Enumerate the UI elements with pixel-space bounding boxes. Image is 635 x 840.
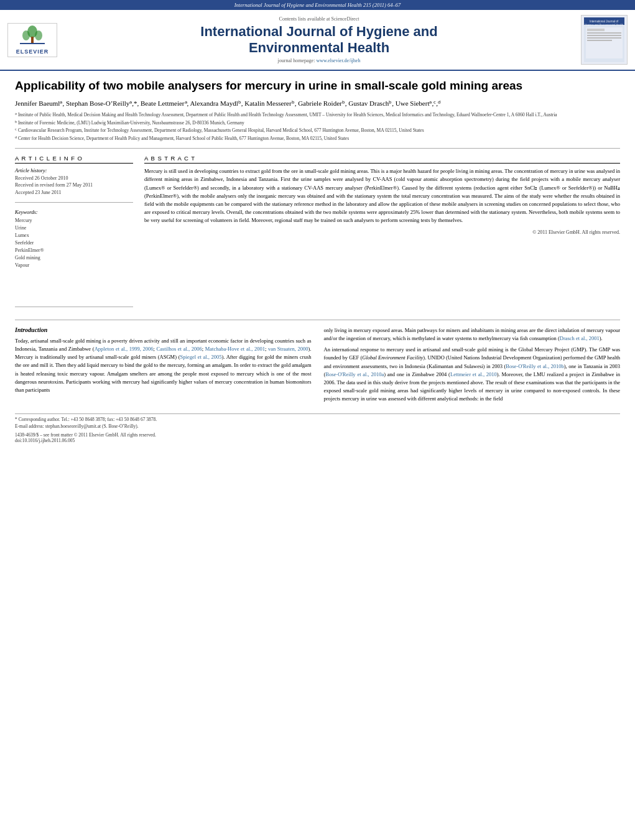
- keyword-seefelder: Seefelder: [15, 239, 133, 247]
- keyword-lumex: Lumex: [15, 232, 133, 239]
- ref-straaten[interactable]: van Straaten, 2000: [268, 346, 308, 352]
- affiliation-d: ᵈ Center for Health Decision Science, De…: [15, 136, 620, 142]
- svg-point-3: [35, 30, 42, 40]
- affiliation-a: ᵃ Institute of Public Health, Medical De…: [15, 112, 620, 119]
- paper-content: Applicability of two mobile analysers fo…: [0, 71, 635, 453]
- abstract-section: A B S T R A C T Mercury is still used in…: [144, 155, 620, 313]
- abstract-header: A B S T R A C T: [144, 155, 620, 164]
- intro-col-left: Introduction Today, artisanal small-scal…: [15, 326, 312, 407]
- article-body: A R T I C L E I N F O Article history: R…: [15, 155, 620, 313]
- svg-rect-13: [587, 37, 621, 39]
- ref-lettmeier[interactable]: Lettmeier et al., 2010: [450, 371, 497, 377]
- keyword-vapour: Vapour: [15, 262, 133, 269]
- ref-spiegel[interactable]: Spiegel et al., 2005: [180, 354, 222, 360]
- intro-text-right: only living in mercury exposed areas. Ma…: [324, 326, 621, 404]
- footnote-area: * Corresponding author. Tel.: +43 50 864…: [15, 413, 620, 443]
- journal-citation-bar: International Journal of Hygiene and Env…: [0, 0, 635, 10]
- footnote-email: E-mail address: stephan.boeseoreilly@umi…: [15, 423, 620, 430]
- article-info-panel: A R T I C L E I N F O Article history: R…: [15, 155, 133, 313]
- svg-rect-4: [31, 37, 34, 43]
- ref-matchaba[interactable]: Matchaba-Hove et al., 2001: [205, 346, 265, 352]
- svg-point-2: [22, 30, 30, 40]
- ref-bose-oreilly-2010b[interactable]: Bose-O'Reilly et al., 2010b: [506, 363, 563, 369]
- history-section: Article history: Received 26 October 201…: [15, 167, 133, 196]
- journal-homepage: journal homepage: www.elsevier.de/ijheh: [63, 58, 575, 63]
- journal-title-area: Contents lists available at ScienceDirec…: [63, 16, 575, 64]
- elsevier-logo: ELSEVIER: [7, 23, 57, 57]
- keyword-goldmining: Gold mining: [15, 254, 133, 262]
- journal-homepage-link[interactable]: www.elsevier.de/ijheh: [316, 58, 360, 63]
- keywords-label: Keywords:: [15, 209, 133, 215]
- keywords-section: Keywords: Mercury Urine Lumex Seefelder …: [15, 209, 133, 269]
- svg-rect-14: [587, 40, 612, 41]
- svg-rect-9: [586, 27, 623, 58]
- keyword-perkinelmer: PerkinElmer®: [15, 247, 133, 254]
- svg-rect-10: [587, 29, 605, 31]
- article-title: Applicability of two mobile analysers fo…: [15, 78, 620, 93]
- received-date: Received 26 October 2010: [15, 175, 133, 182]
- article-info-header: A R T I C L E I N F O: [15, 155, 133, 164]
- keyword-mercury: Mercury: [15, 217, 133, 224]
- ref-bose-oreilly-2010a[interactable]: Bose-O'Reilly et al., 2010a: [325, 371, 384, 377]
- accepted-date: Accepted 23 June 2011: [15, 189, 133, 196]
- issn-line: 1438-4639/$ – see front matter © 2011 El…: [15, 432, 620, 443]
- ref-drasch[interactable]: Drasch et al., 2001: [560, 335, 600, 341]
- author-text: Jennifer Baeumlᵃ, Stephan Bose-O’Reillyᵃ…: [15, 99, 440, 107]
- affiliations: ᵃ Institute of Public Health, Medical De…: [15, 112, 620, 149]
- introduction-section: Introduction Today, artisanal small-scal…: [15, 326, 620, 407]
- keyword-urine: Urine: [15, 224, 133, 232]
- abstract-text: Mercury is still used in developing coun…: [144, 167, 620, 224]
- journal-header: ELSEVIER Contents lists available at Sci…: [0, 10, 635, 71]
- ref-appleton[interactable]: Appleton et al., 1999, 2006: [95, 346, 154, 352]
- sciencedirect-link: Contents lists available at ScienceDirec…: [63, 16, 575, 22]
- affiliation-c: ᶜ Cardiovascular Research Program, Insti…: [15, 127, 620, 134]
- affiliation-b: ᵇ Institute of Forensic Medicine, (LMU) …: [15, 120, 620, 127]
- ref-castilhos[interactable]: Castilhos et al., 2006: [157, 346, 202, 352]
- svg-rect-11: [587, 32, 621, 34]
- journal-name: International Journal of Hygiene and Env…: [63, 24, 575, 57]
- svg-rect-12: [587, 35, 621, 36]
- copyright-notice: © 2011 Elsevier GmbH. All rights reserve…: [144, 229, 620, 235]
- intro-title: Introduction: [15, 326, 312, 333]
- footnote-corresponding: * Corresponding author. Tel.: +43 50 864…: [15, 417, 620, 423]
- journal-citation-text: International Journal of Hygiene and Env…: [234, 2, 401, 8]
- elsevier-wordmark: ELSEVIER: [16, 48, 49, 55]
- journal-thumbnail: International Journal of Hygiene and Env…: [581, 15, 628, 65]
- intro-col-right: only living in mercury exposed areas. Ma…: [324, 326, 621, 407]
- authors-line: Jennifer Baeumlᵃ, Stephan Bose-O’Reillyᵃ…: [15, 98, 620, 109]
- history-label: Article history:: [15, 167, 133, 173]
- svg-rect-0: [20, 43, 45, 44]
- intro-text-left: Today, artisanal small-scale gold mining…: [15, 337, 312, 394]
- revised-date: Received in revised form 27 May 2011: [15, 182, 133, 188]
- svg-text:Hygiene and Environmental Heal: Hygiene and Environmental Health: [585, 23, 623, 26]
